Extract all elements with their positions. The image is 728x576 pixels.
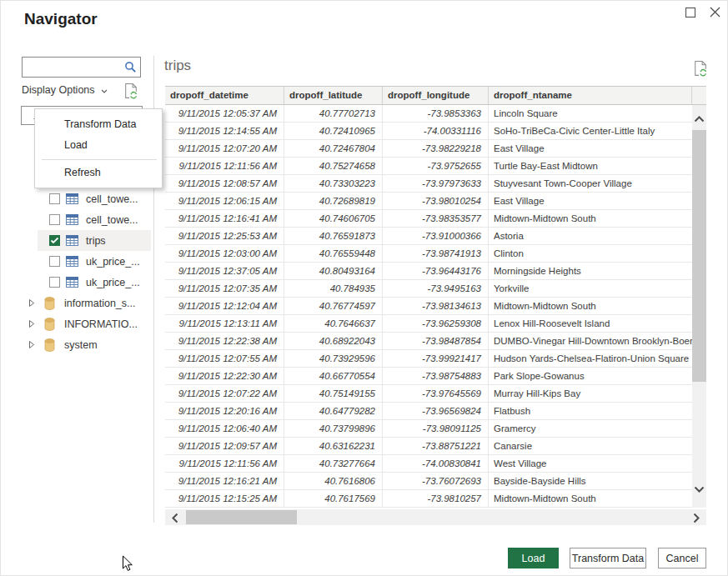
transform-data-button[interactable]: Transform Data (570, 548, 646, 568)
tree-item-table[interactable]: cell_towe... (38, 209, 151, 230)
table-icon (66, 214, 78, 225)
scroll-right-icon[interactable] (693, 512, 700, 527)
refresh-navigator-icon[interactable] (123, 83, 138, 103)
menu-item-load[interactable]: Load (35, 135, 162, 156)
tree-item-database[interactable]: information_s... (21, 293, 153, 313)
load-button[interactable]: Load (508, 548, 559, 568)
table-row[interactable]: 9/11/2015 12:13:11 AM 40.7646637 -73.962… (165, 315, 692, 333)
chevron-down-icon (101, 84, 108, 96)
close-button[interactable] (709, 6, 722, 19)
cell-dropoff-latitude: 40.72467804 (284, 140, 383, 157)
cell-dropoff-latitude: 40.7646637 (284, 315, 383, 332)
tree-item-table[interactable]: uk_price_... (38, 251, 151, 272)
table-row[interactable]: 9/11/2015 12:07:20 AM 40.72467804 -73.98… (165, 140, 692, 158)
cell-dropoff-longitude: -74.00331116 (383, 123, 489, 139)
cell-dropoff-latitude: 40.76559448 (284, 245, 383, 262)
tree-item-table[interactable]: trips (38, 230, 151, 251)
cell-dropoff-latitude: 40.77702713 (284, 105, 383, 122)
table-row[interactable]: 9/11/2015 12:14:55 AM 40.72410965 -74.00… (165, 123, 692, 140)
cell-dropoff-longitude: -73.98091125 (383, 420, 489, 437)
table-row[interactable]: 9/11/2015 12:05:37 AM 40.77702713 -73.98… (165, 105, 692, 123)
cell-dropoff-datetime: 9/11/2015 12:22:30 AM (165, 368, 284, 384)
table-row[interactable]: 9/11/2015 12:06:15 AM 40.72689819 -73.98… (165, 193, 692, 210)
tree-item-database[interactable]: INFORMATIO... (21, 313, 153, 334)
checkbox[interactable] (49, 277, 60, 288)
column-header[interactable]: dropoff_ntaname (489, 87, 692, 104)
scroll-up-icon[interactable] (694, 111, 705, 126)
checkbox[interactable] (49, 193, 60, 204)
search-input[interactable] (23, 58, 124, 77)
data-preview-table: dropoff_datetime dropoff_latitude dropof… (165, 86, 706, 508)
table-row[interactable]: 9/11/2015 12:07:22 AM 40.75149155 -73.97… (165, 385, 692, 403)
search-box[interactable] (22, 57, 141, 78)
cell-dropoff-datetime: 9/11/2015 12:07:22 AM (165, 385, 284, 402)
cell-dropoff-ntaname: Midtown-Midtown South (489, 490, 692, 507)
cell-dropoff-ntaname: Midtown-Midtown South (489, 298, 692, 314)
dialog-title: Navigator (24, 10, 98, 28)
nav-tree: cell_towe... cell_towe... (21, 168, 153, 355)
cell-dropoff-latitude: 40.63162231 (284, 438, 383, 454)
table-row[interactable]: 9/11/2015 12:11:56 AM 40.73277664 -74.00… (165, 455, 692, 473)
menu-item-refresh[interactable]: Refresh (35, 163, 162, 183)
chevron-right-icon[interactable] (28, 319, 35, 328)
display-options-label: Display Options (22, 84, 95, 96)
cell-dropoff-longitude: -73.96569824 (383, 403, 489, 419)
search-icon[interactable] (124, 61, 137, 73)
table-row[interactable]: 9/11/2015 12:25:53 AM 40.76591873 -73.91… (165, 228, 692, 245)
table-row[interactable]: 9/11/2015 12:07:35 AM 40.784935 -73.9495… (165, 280, 692, 298)
column-header[interactable]: dropoff_datetime (165, 87, 284, 104)
cell-dropoff-datetime: 9/11/2015 12:11:56 AM (165, 455, 284, 472)
table-row[interactable]: 9/11/2015 12:15:25 AM 40.7617569 -73.981… (165, 490, 692, 508)
cell-dropoff-datetime: 9/11/2015 12:14:55 AM (165, 123, 284, 139)
cell-dropoff-longitude: -73.9495163 (383, 280, 489, 297)
scroll-down-icon[interactable] (694, 481, 705, 496)
cell-dropoff-latitude: 40.73277664 (284, 455, 383, 472)
tree-item-table[interactable]: uk_price_... (38, 272, 151, 293)
cell-dropoff-datetime: 9/11/2015 12:11:56 AM (165, 158, 284, 174)
cell-dropoff-latitude: 40.7617569 (284, 490, 383, 507)
table-row[interactable]: 9/11/2015 12:16:21 AM 40.7616806 -73.760… (165, 473, 692, 490)
checkbox[interactable] (49, 214, 60, 225)
cell-dropoff-ntaname: Lincoln Square (489, 105, 692, 122)
cell-dropoff-latitude: 40.72689819 (284, 193, 383, 209)
cell-dropoff-ntaname: Lenox Hill-Roosevelt Island (489, 315, 692, 332)
table-row[interactable]: 9/11/2015 12:22:38 AM 40.68922043 -73.98… (165, 333, 692, 350)
table-row[interactable]: 9/11/2015 12:11:56 AM 40.75274658 -73.97… (165, 158, 692, 175)
tree-item-label: uk_price_... (86, 277, 140, 288)
cell-dropoff-datetime: 9/11/2015 12:22:38 AM (165, 333, 284, 349)
chevron-right-icon[interactable] (28, 340, 35, 349)
tree-item-label: trips (86, 235, 106, 247)
table-row[interactable]: 9/11/2015 12:07:55 AM 40.73929596 -73.99… (165, 350, 692, 368)
cell-dropoff-longitude: -73.96443176 (383, 263, 489, 279)
horizontal-scrollbar[interactable] (165, 509, 706, 525)
scroll-left-icon[interactable] (172, 512, 178, 527)
menu-item-transform-data[interactable]: Transform Data (35, 114, 162, 135)
checkbox[interactable] (49, 256, 60, 267)
table-row[interactable]: 9/11/2015 12:09:57 AM 40.63162231 -73.88… (165, 438, 692, 455)
vertical-scroll-thumb[interactable] (692, 130, 706, 382)
table-row[interactable]: 9/11/2015 12:16:41 AM 40.74606705 -73.98… (165, 210, 692, 228)
table-row[interactable]: 9/11/2015 12:37:05 AM 40.80493164 -73.96… (165, 263, 692, 280)
column-header[interactable]: dropoff_longitude (383, 87, 489, 104)
table-row[interactable]: 9/11/2015 12:22:30 AM 40.66770554 -73.98… (165, 368, 692, 385)
column-header[interactable]: dropoff_latitude (284, 87, 383, 104)
horizontal-scroll-thumb[interactable] (186, 510, 297, 524)
maximize-button[interactable] (685, 7, 696, 18)
display-options-dropdown[interactable]: Display Options (22, 84, 108, 96)
table-row[interactable]: 9/11/2015 12:06:40 AM 40.73799896 -73.98… (165, 420, 692, 438)
cancel-button[interactable]: Cancel (658, 548, 706, 568)
checkbox[interactable] (49, 235, 60, 246)
table-row[interactable]: 9/11/2015 12:08:57 AM 40.73303223 -73.97… (165, 175, 692, 193)
table-row[interactable]: 9/11/2015 12:12:04 AM 40.76774597 -73.98… (165, 298, 692, 315)
table-row[interactable]: 9/11/2015 12:20:16 AM 40.64779282 -73.96… (165, 403, 692, 420)
table-icon (66, 256, 78, 267)
tree-item-database[interactable]: system (21, 334, 153, 355)
refresh-preview-icon[interactable] (693, 60, 708, 81)
database-icon (44, 338, 55, 352)
tree-item-table[interactable]: cell_towe... (38, 188, 151, 209)
table-row[interactable]: 9/11/2015 12:03:00 AM 40.76559448 -73.98… (165, 245, 692, 263)
cell-dropoff-datetime: 9/11/2015 12:03:00 AM (165, 245, 284, 262)
chevron-right-icon[interactable] (28, 298, 35, 308)
cell-dropoff-longitude: -73.98229218 (383, 140, 489, 157)
vertical-scrollbar[interactable] (692, 105, 706, 508)
